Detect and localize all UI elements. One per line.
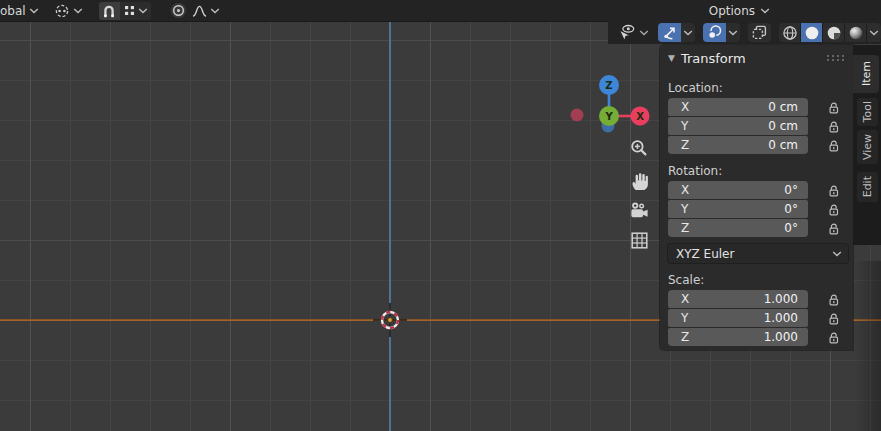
axis-label: Z (681, 138, 689, 152)
lock-icon[interactable] (827, 222, 840, 235)
rotation-mode-value: XYZ Euler (668, 247, 832, 261)
rotation-mode-dropdown[interactable]: XYZ Euler (668, 244, 848, 263)
shading-wireframe-button[interactable] (779, 23, 800, 42)
gizmos-dropdown[interactable] (681, 23, 695, 42)
rotation-x-field[interactable]: X 0° (668, 181, 808, 199)
axis-value: 1.000 (764, 311, 798, 325)
show-overlays-toggle[interactable] (703, 23, 726, 42)
gizmo-negative-x-ball[interactable] (571, 109, 584, 122)
transform-panel-title: Transform (681, 51, 826, 66)
lock-icon[interactable] (827, 203, 840, 216)
transform-panel-header[interactable]: ▼ Transform (660, 45, 853, 71)
shading-solid-button[interactable] (801, 23, 822, 42)
tab-edit[interactable]: Edit (857, 172, 878, 202)
magnet-icon (102, 4, 116, 18)
object-type-visibility-button[interactable] (615, 23, 637, 42)
axis-value: 1.000 (764, 330, 798, 344)
toggle-xray-button[interactable] (748, 23, 771, 42)
location-x-row: X 0 cm (668, 98, 853, 116)
rotation-y-field[interactable]: Y 0° (668, 200, 808, 218)
shading-material-preview-button[interactable] (823, 23, 844, 42)
gizmo-x-label: X (636, 111, 644, 122)
proportional-editing-toggle[interactable] (169, 2, 189, 20)
chevron-down-icon (29, 8, 39, 14)
axis-label: Y (681, 119, 688, 133)
zoom-icon (629, 138, 649, 158)
scale-y-field[interactable]: Y 1.000 (668, 309, 808, 327)
zoom-button[interactable] (624, 133, 654, 163)
object-type-visibility-chevron[interactable] (637, 23, 650, 42)
location-y-field[interactable]: Y 0 cm (668, 117, 808, 135)
scale-rows: X 1.000 Y 1.000 Z 1.000 (660, 290, 853, 346)
location-z-field[interactable]: Z 0 cm (668, 136, 808, 154)
rotation-y-row: Y 0° (668, 200, 853, 218)
snap-settings-dropdown[interactable] (120, 2, 151, 20)
transform-panel: ▼ Transform Location: X 0 cm (660, 45, 853, 350)
toggle-orthographic-button[interactable] (624, 225, 654, 255)
lock-icon[interactable] (827, 120, 840, 133)
falloff-curve-icon[interactable] (192, 5, 207, 17)
location-z-row: Z 0 cm (668, 136, 853, 154)
viewport-header-right (608, 21, 881, 44)
options-dropdown[interactable]: Options (705, 2, 774, 20)
shading-rendered-button[interactable] (845, 23, 866, 42)
snap-toggle-button[interactable] (99, 2, 120, 20)
axis-label: Y (681, 202, 688, 216)
snap-increment-icon (123, 4, 136, 17)
viewport-header: obal (0, 0, 881, 22)
transform-orientation-dropdown[interactable]: obal (0, 2, 39, 20)
lock-icon[interactable] (827, 312, 840, 325)
gizmo-z-label: Z (605, 80, 612, 91)
rotation-z-field[interactable]: Z 0° (668, 219, 808, 237)
lock-icon[interactable] (827, 331, 840, 344)
transform-orientation-label: obal (0, 2, 26, 20)
camera-view-button[interactable] (624, 196, 654, 226)
location-x-field[interactable]: X 0 cm (668, 98, 808, 116)
axis-label: X (681, 100, 689, 114)
hand-icon (629, 170, 650, 191)
grid-icon (631, 232, 648, 249)
pan-button[interactable] (624, 165, 654, 195)
tab-item-label: Item (860, 61, 873, 86)
shading-dropdown[interactable] (867, 23, 881, 42)
chevron-down-icon (869, 30, 879, 36)
panel-grip-icon[interactable] (826, 54, 845, 62)
camera-icon (629, 201, 650, 221)
tab-view[interactable]: View (857, 130, 878, 164)
viewport-edge-shade (855, 261, 881, 431)
options-label: Options (709, 2, 755, 20)
navigation-axis-gizmo[interactable]: Z Y X (563, 48, 659, 144)
blender-window: Z Y X (0, 0, 881, 431)
rotation-rows: X 0° Y 0° Z 0° (660, 181, 853, 237)
xray-icon (751, 24, 768, 41)
scale-z-row: Z 1.000 (668, 328, 853, 346)
chevron-down-icon (639, 30, 649, 36)
scale-z-field[interactable]: Z 1.000 (668, 328, 808, 346)
axis-label: X (681, 183, 689, 197)
scale-x-field[interactable]: X 1.000 (668, 290, 808, 308)
sidebar-tab-band: Item Tool View Edit (853, 45, 881, 245)
pivot-point-dropdown[interactable] (54, 2, 83, 20)
location-rows: X 0 cm Y 0 cm Z 0 cm (660, 98, 853, 154)
chevron-down-icon (760, 8, 770, 14)
show-gizmos-toggle[interactable] (658, 23, 681, 42)
overlays-dropdown[interactable] (726, 23, 740, 42)
gizmo-icon (661, 24, 678, 41)
tab-tool-label: Tool (861, 101, 874, 122)
lock-icon[interactable] (827, 184, 840, 197)
axis-label: Y (681, 311, 688, 325)
rotation-z-row: Z 0° (668, 219, 853, 237)
chevron-down-icon (210, 8, 220, 14)
tab-item[interactable]: Item (853, 55, 879, 93)
3d-cursor (373, 303, 407, 337)
lock-icon[interactable] (827, 139, 840, 152)
chevron-down-icon (683, 30, 693, 36)
chevron-down-icon (728, 30, 738, 36)
material-sphere-icon (826, 25, 842, 41)
lock-icon[interactable] (827, 101, 840, 114)
axis-value: 0 cm (768, 100, 798, 114)
lock-icon[interactable] (827, 293, 840, 306)
axis-value: 0 cm (768, 119, 798, 133)
tab-tool[interactable]: Tool (857, 98, 878, 126)
collapse-triangle-icon: ▼ (668, 53, 675, 63)
